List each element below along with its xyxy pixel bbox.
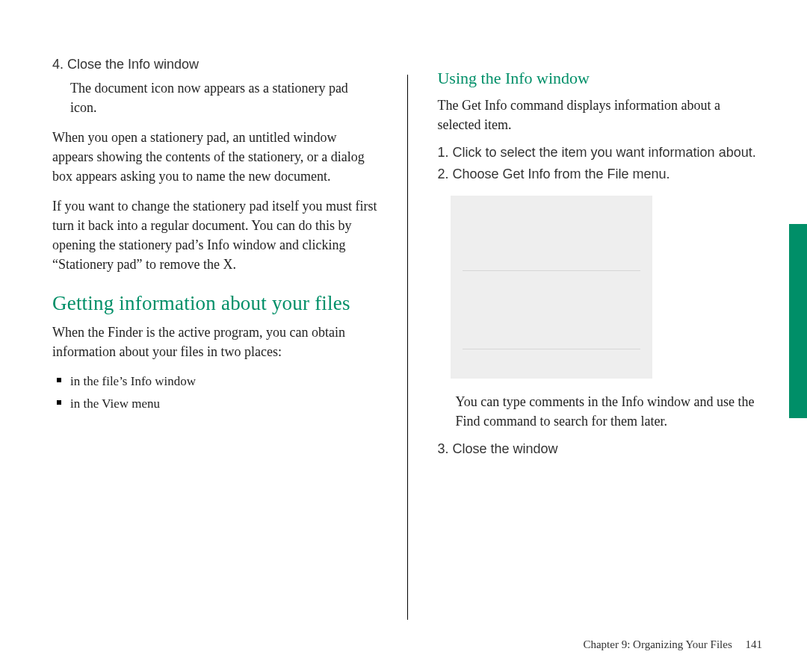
figure-divider <box>463 349 640 349</box>
step-4-body: The document icon now appears as a stati… <box>70 78 377 117</box>
step-4-heading: 4. Close the Info window <box>52 57 377 72</box>
figure-placeholder-line <box>477 218 640 230</box>
page-footer: Chapter 9: Organizing Your Files 141 <box>583 638 762 651</box>
bullet-item: in the View menu <box>52 394 377 414</box>
bullet-text: in the View menu <box>70 394 160 414</box>
step-2: 2. Choose Get Info from the File menu. <box>437 167 762 182</box>
figure-spacer <box>463 299 640 344</box>
step-3: 3. Close the window <box>437 441 762 457</box>
figure-placeholder-line <box>463 354 640 366</box>
figure-placeholder-line <box>477 230 640 242</box>
figure-placeholder-line <box>470 276 640 287</box>
square-bullet-icon <box>57 378 61 382</box>
left-column: 4. Close the Info window The document ic… <box>52 52 377 642</box>
square-bullet-icon <box>57 400 61 405</box>
finder-intro-paragraph: When the Finder is the active program, y… <box>52 323 377 361</box>
figure-placeholder-line <box>470 287 640 299</box>
figure-divider <box>463 270 640 271</box>
chapter-label: Chapter 9: Organizing Your Files <box>583 638 732 650</box>
comments-paragraph: You can type comments in the Info window… <box>455 392 762 431</box>
edge-tab <box>789 224 807 418</box>
stationery-change-paragraph: If you want to change the stationery pad… <box>52 196 377 274</box>
figure-placeholder-line <box>485 254 640 266</box>
step-1: 1. Click to select the item you want inf… <box>437 145 762 161</box>
info-window-figure <box>451 196 652 379</box>
figure-placeholder-line <box>463 206 640 218</box>
two-column-layout: 4. Close the Info window The document ic… <box>52 52 762 642</box>
column-divider <box>407 75 408 620</box>
right-column: Using the Info window The Get Info comma… <box>437 52 762 642</box>
bullet-item: in the file’s Info window <box>52 372 377 391</box>
get-info-intro: The Get Info command displays informatio… <box>437 96 762 134</box>
bullet-text: in the file’s Info window <box>70 372 196 391</box>
subheading-using-info-window: Using the Info window <box>437 69 762 88</box>
figure-placeholder-line <box>485 242 640 254</box>
stationery-open-paragraph: When you open a stationery pad, an untit… <box>52 128 377 186</box>
section-heading-getting-info: Getting information about your files <box>52 292 377 315</box>
page: 4. Close the Info window The document ic… <box>0 0 807 672</box>
page-number: 141 <box>746 638 763 650</box>
